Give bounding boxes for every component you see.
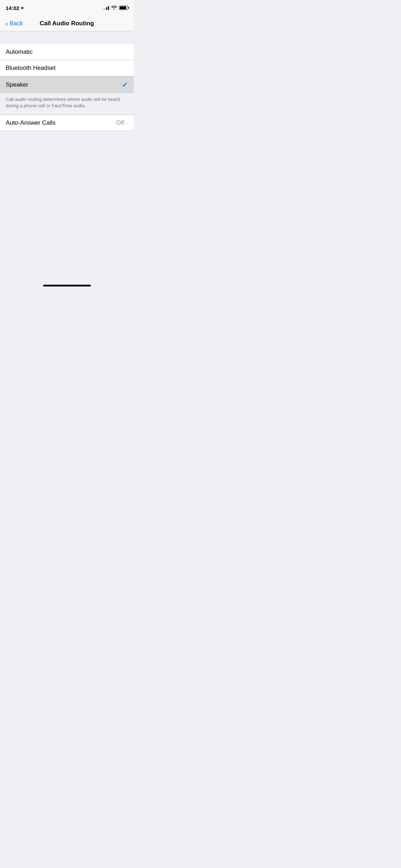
nav-bar: ‹ Back Call Audio Routing [0, 16, 134, 31]
home-indicator [43, 285, 91, 286]
signal-bar-1 [103, 9, 104, 10]
footer-text: Call audio routing determines where audi… [6, 97, 120, 108]
page-title: Call Audio Routing [40, 20, 94, 27]
auto-answer-right: Off › [116, 119, 128, 126]
signal-bar-4 [108, 6, 109, 10]
bluetooth-label: Bluetooth Headset [6, 64, 56, 72]
status-bar: 14:02 ➤ [0, 0, 134, 16]
chevron-right-icon: › [126, 120, 128, 126]
location-icon: ➤ [21, 6, 24, 10]
battery-fill [120, 6, 126, 9]
option-automatic[interactable]: Automatic [0, 44, 134, 60]
signal-bar-3 [106, 7, 107, 10]
section-spacer-top [0, 31, 134, 44]
signal-bars [103, 6, 109, 10]
signal-bar-2 [104, 8, 106, 10]
speaker-label: Speaker [6, 81, 28, 88]
section-footer: Call audio routing determines where audi… [0, 93, 134, 115]
automatic-label: Automatic [6, 48, 33, 56]
auto-answer-section: Auto-Answer Calls Off › [0, 115, 134, 131]
auto-answer-label: Auto-Answer Calls [6, 119, 56, 126]
auto-answer-value: Off [116, 119, 124, 126]
audio-routing-section: Automatic Bluetooth Headset Speaker ✓ [0, 44, 134, 93]
back-button[interactable]: ‹ Back [3, 17, 26, 30]
back-chevron-icon: ‹ [6, 20, 8, 27]
status-time: 14:02 ➤ [6, 5, 24, 11]
time-label: 14:02 [6, 5, 19, 11]
battery-icon [119, 6, 128, 10]
checkmark-icon: ✓ [122, 81, 128, 89]
back-label: Back [10, 20, 23, 27]
option-bluetooth[interactable]: Bluetooth Headset [0, 60, 134, 76]
wifi-icon [111, 5, 117, 11]
status-icons [103, 5, 128, 11]
auto-answer-item[interactable]: Auto-Answer Calls Off › [0, 115, 134, 131]
option-speaker[interactable]: Speaker ✓ [0, 76, 134, 93]
